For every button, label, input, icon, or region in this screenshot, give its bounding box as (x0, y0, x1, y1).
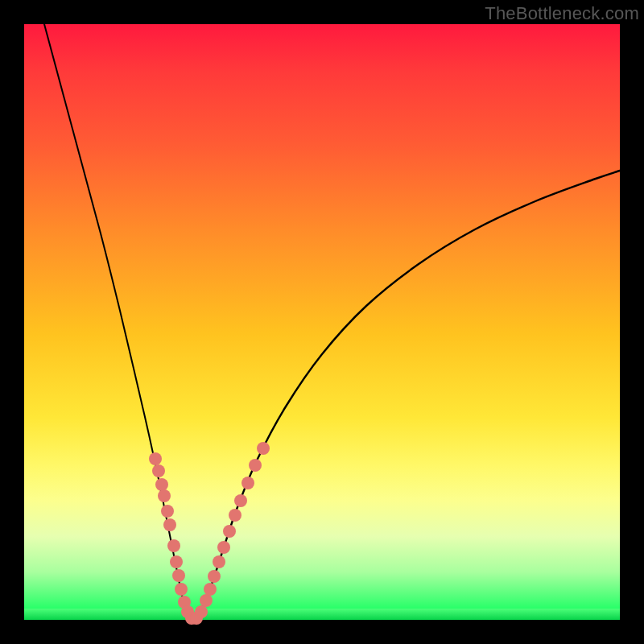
data-point (204, 583, 217, 596)
data-point (213, 555, 225, 568)
data-point (155, 478, 168, 491)
watermark-text: TheBottleneck.com (485, 3, 639, 24)
data-point (257, 442, 270, 455)
data-point (217, 541, 230, 554)
data-point (167, 539, 180, 552)
data-point (223, 525, 236, 538)
data-point (163, 518, 176, 531)
data-point (249, 459, 262, 472)
chart-svg (24, 24, 620, 620)
data-point (242, 477, 254, 489)
data-point (229, 509, 242, 522)
data-point (149, 452, 162, 465)
data-point (170, 555, 183, 568)
data-point (152, 464, 165, 477)
bottleneck-right-curve (196, 171, 620, 620)
data-point (175, 583, 188, 596)
data-point (200, 594, 213, 607)
data-point (172, 569, 185, 582)
data-point (161, 505, 174, 518)
data-point (208, 570, 221, 583)
data-point (158, 489, 171, 502)
data-point (195, 605, 208, 618)
chart-frame: TheBottleneck.com (0, 0, 644, 644)
data-point (234, 494, 247, 507)
chart-plot-area (24, 24, 620, 620)
bottleneck-data-points (149, 442, 270, 625)
